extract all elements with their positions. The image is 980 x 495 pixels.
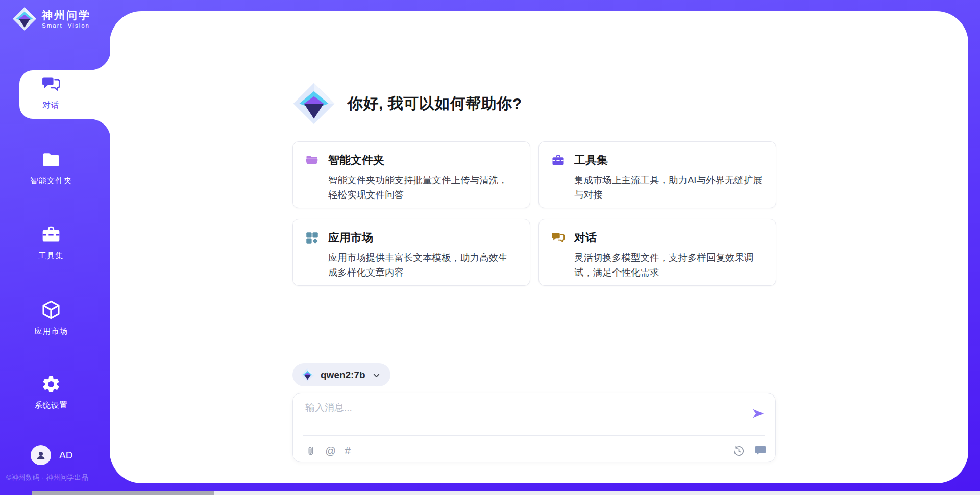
card-header: 应用市场 <box>305 230 520 245</box>
brand-text: 神州问学 Smart Vision <box>42 9 91 29</box>
app-grid-icon <box>305 231 319 245</box>
app-screen: 你好, 我可以如何帮助你? 智能文件夹 智能文件夹功能支持批量文件上传与清洗，轻… <box>0 0 980 495</box>
cube-icon <box>40 299 62 320</box>
sidebar-item-label: 对话 <box>0 100 102 111</box>
user-initials: AD <box>59 450 72 461</box>
history-button[interactable] <box>732 444 745 457</box>
brand-name: 神州问学 <box>42 9 91 21</box>
toolbox-icon <box>551 154 565 167</box>
sidebar-item-label: 工具集 <box>0 251 102 261</box>
avatar <box>31 445 51 465</box>
person-icon <box>34 449 47 462</box>
send-arrow-icon <box>751 407 765 420</box>
sidebar-item-label: 应用市场 <box>0 326 102 337</box>
sidebar-item-chat[interactable]: 对话 <box>0 75 102 111</box>
message-input[interactable] <box>305 401 739 432</box>
send-button[interactable] <box>751 407 765 420</box>
sidebar-item-label: 智能文件夹 <box>0 176 102 186</box>
model-name: qwen2:7b <box>321 369 365 381</box>
attach-file-button[interactable] <box>305 445 316 456</box>
greeting-title: 你好, 我可以如何帮助你? <box>348 93 522 114</box>
copyright-text: ©神州数码 · 神州问学出品 <box>6 473 88 482</box>
paperclip-icon <box>305 445 316 456</box>
card-title: 应用市场 <box>328 230 373 245</box>
card-header: 智能文件夹 <box>305 153 520 168</box>
horizontal-scrollbar-thumb[interactable] <box>32 491 214 495</box>
user-profile[interactable]: AD <box>31 445 72 465</box>
sidebar: 神州问学 Smart Vision 对话 智能文件夹 工具集 应用市场 系统设置 <box>0 0 110 495</box>
chat-bubble-filled-icon <box>754 444 767 457</box>
card-chat[interactable]: 对话 灵活切换多模型文件，支持多样回复效果调试，满足个性化需求 <box>538 219 776 286</box>
input-divider <box>303 435 765 436</box>
at-sign-icon: @ <box>325 445 336 456</box>
brand-subtitle: Smart Vision <box>42 22 91 29</box>
greeting-block: 你好, 我可以如何帮助你? <box>292 82 522 125</box>
card-description: 智能文件夹功能支持批量文件上传与清洗，轻松实现文件问答 <box>328 172 517 202</box>
horizontal-scrollbar[interactable] <box>32 491 980 495</box>
main-content-card: 你好, 我可以如何帮助你? 智能文件夹 智能文件夹功能支持批量文件上传与清洗，轻… <box>110 11 968 483</box>
folder-open-icon <box>305 154 319 167</box>
card-header: 工具集 <box>551 153 766 168</box>
card-description: 应用市场提供丰富长文本模板，助力高效生成多样化文章内容 <box>328 250 517 280</box>
card-toolset[interactable]: 工具集 集成市场上主流工具，助力AI与外界无缝扩展与对接 <box>538 141 776 208</box>
conversation-button[interactable] <box>754 444 767 457</box>
folder-icon <box>41 150 61 170</box>
card-title: 对话 <box>574 230 597 245</box>
gem-diamond-icon <box>292 82 335 125</box>
card-description: 集成市场上主流工具，助力AI与外界无缝扩展与对接 <box>574 172 763 202</box>
toolbox-icon <box>41 225 61 245</box>
hash-icon: # <box>345 445 351 456</box>
chat-bubbles-icon <box>41 75 61 94</box>
feature-cards-grid: 智能文件夹 智能文件夹功能支持批量文件上传与清洗，轻松实现文件问答 工具集 集成… <box>292 141 776 286</box>
sidebar-item-label: 系统设置 <box>0 400 102 411</box>
sidebar-item-app-market[interactable]: 应用市场 <box>0 299 102 337</box>
card-smart-folder[interactable]: 智能文件夹 智能文件夹功能支持批量文件上传与清洗，轻松实现文件问答 <box>292 141 530 208</box>
gem-diamond-icon <box>301 368 314 382</box>
chat-bubbles-icon <box>551 231 565 245</box>
history-icon <box>732 444 745 457</box>
input-toolbar: @ # <box>305 441 767 460</box>
sidebar-item-settings[interactable]: 系统设置 <box>0 374 102 411</box>
sidebar-item-smart-folder[interactable]: 智能文件夹 <box>0 150 102 186</box>
gear-icon <box>41 374 61 394</box>
hashtag-button[interactable]: # <box>345 445 351 456</box>
card-title: 工具集 <box>574 153 608 168</box>
card-header: 对话 <box>551 230 766 245</box>
chevron-down-icon <box>372 370 381 380</box>
gem-diamond-icon <box>12 7 37 31</box>
card-description: 灵活切换多模型文件，支持多样回复效果调试，满足个性化需求 <box>574 250 763 280</box>
model-selector[interactable]: qwen2:7b <box>292 363 390 386</box>
card-app-market[interactable]: 应用市场 应用市场提供丰富长文本模板，助力高效生成多样化文章内容 <box>292 219 530 286</box>
brand-logo: 神州问学 Smart Vision <box>12 7 91 31</box>
sidebar-item-toolset[interactable]: 工具集 <box>0 225 102 261</box>
message-input-card: @ # <box>292 393 776 462</box>
mention-button[interactable]: @ <box>325 445 336 456</box>
card-title: 智能文件夹 <box>328 153 384 168</box>
